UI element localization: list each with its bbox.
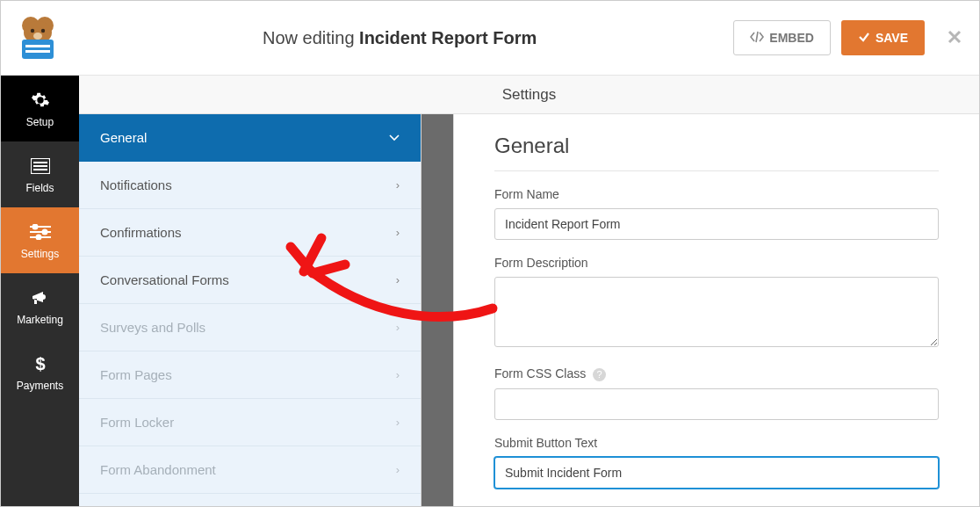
snav-locker[interactable]: Form Locker › xyxy=(79,399,421,446)
rail-fields-label: Fields xyxy=(25,182,54,194)
svg-point-17 xyxy=(42,229,47,234)
submit-text-input[interactable] xyxy=(494,457,939,489)
chevron-down-icon xyxy=(389,131,400,144)
field-form-css: Form CSS Class ? xyxy=(494,366,939,420)
save-label: SAVE xyxy=(876,31,908,45)
snav-notifications[interactable]: Notifications › xyxy=(79,162,421,209)
snav-conversational-label: Conversational Forms xyxy=(100,272,229,287)
snav-surveys-label: Surveys and Polls xyxy=(100,320,205,335)
top-bar: Now editing Incident Report Form EMBED S… xyxy=(1,1,979,76)
form-heading: General xyxy=(494,134,939,171)
form-name-input[interactable] xyxy=(494,208,939,240)
editing-prefix: Now editing xyxy=(263,28,355,47)
field-form-desc: Form Description xyxy=(494,256,939,351)
embed-button[interactable]: EMBED xyxy=(733,20,831,55)
snav-notifications-label: Notifications xyxy=(100,177,172,192)
svg-point-18 xyxy=(36,235,40,239)
code-icon xyxy=(750,31,764,46)
form-name-label: Form Name xyxy=(494,187,939,201)
chevron-right-icon: › xyxy=(396,416,400,429)
list-icon xyxy=(30,156,51,177)
left-rail: Setup Fields Settings Marketing $ Paymen… xyxy=(1,76,79,506)
sliders-icon xyxy=(30,221,51,243)
field-form-name: Form Name xyxy=(494,187,939,240)
help-icon[interactable]: ? xyxy=(593,368,606,381)
bullhorn-icon xyxy=(30,287,51,308)
close-icon[interactable] xyxy=(948,26,962,49)
form-area: General Form Name Form Description Form … xyxy=(453,114,979,506)
svg-rect-11 xyxy=(33,165,47,167)
svg-rect-7 xyxy=(25,45,50,47)
snav-confirmations[interactable]: Confirmations › xyxy=(79,209,421,257)
snav-pages-label: Form Pages xyxy=(100,367,172,382)
svg-rect-6 xyxy=(22,40,54,59)
rail-marketing-label: Marketing xyxy=(17,314,63,326)
panel-body: General Notifications › Confirmations › … xyxy=(79,114,979,506)
rail-fields[interactable]: Fields xyxy=(1,141,79,207)
rail-settings[interactable]: Settings xyxy=(1,207,79,273)
snav-pages[interactable]: Form Pages › xyxy=(79,351,421,399)
chevron-right-icon: › xyxy=(396,273,400,286)
panel-title: Settings xyxy=(79,76,979,114)
rail-settings-label: Settings xyxy=(21,248,59,260)
dollar-icon: $ xyxy=(30,353,51,374)
snav-abandonment[interactable]: Form Abandonment › xyxy=(79,446,421,494)
chevron-right-icon: › xyxy=(396,321,400,334)
app-logo xyxy=(10,10,66,66)
save-button[interactable]: SAVE xyxy=(841,20,925,55)
snav-surveys[interactable]: Surveys and Polls › xyxy=(79,304,421,351)
svg-point-3 xyxy=(31,29,34,33)
gear-icon xyxy=(30,90,51,111)
center-panel: Settings General Notifications › Confirm… xyxy=(79,76,979,506)
svg-text:$: $ xyxy=(35,354,45,373)
page-title: Now editing Incident Report Form xyxy=(66,28,733,48)
embed-label: EMBED xyxy=(769,31,814,45)
gap-strip xyxy=(422,114,453,506)
check-icon xyxy=(858,31,870,46)
submit-text-label: Submit Button Text xyxy=(494,436,939,450)
form-desc-input[interactable] xyxy=(494,277,939,347)
svg-rect-10 xyxy=(33,162,47,163)
chevron-right-icon: › xyxy=(396,178,400,192)
svg-rect-12 xyxy=(33,169,47,170)
top-actions: EMBED SAVE xyxy=(733,20,962,55)
form-css-label: Form CSS Class ? xyxy=(494,366,939,381)
chevron-right-icon: › xyxy=(396,226,400,239)
snav-locker-label: Form Locker xyxy=(100,415,174,430)
main: Setup Fields Settings Marketing $ Paymen… xyxy=(1,76,979,506)
svg-point-5 xyxy=(33,33,42,40)
snav-conversational[interactable]: Conversational Forms › xyxy=(79,257,421,304)
chevron-right-icon: › xyxy=(396,368,400,381)
svg-rect-8 xyxy=(25,50,50,53)
snav-general-label: General xyxy=(100,130,147,145)
chevron-right-icon: › xyxy=(396,463,400,476)
rail-marketing[interactable]: Marketing xyxy=(1,273,79,339)
form-title-text: Incident Report Form xyxy=(359,28,537,47)
rail-payments[interactable]: $ Payments xyxy=(1,339,79,405)
rail-setup-label: Setup xyxy=(26,116,54,128)
snav-general[interactable]: General xyxy=(79,114,421,162)
field-submit-text: Submit Button Text xyxy=(494,436,939,489)
form-css-label-text: Form CSS Class xyxy=(494,366,586,380)
rail-payments-label: Payments xyxy=(17,380,63,392)
form-css-input[interactable] xyxy=(494,388,939,420)
settings-nav[interactable]: General Notifications › Confirmations › … xyxy=(79,114,422,506)
snav-confirmations-label: Confirmations xyxy=(100,225,182,240)
svg-point-4 xyxy=(41,29,45,33)
rail-setup[interactable]: Setup xyxy=(1,76,79,141)
snav-abandonment-label: Form Abandonment xyxy=(100,462,216,477)
svg-point-16 xyxy=(32,224,37,228)
form-desc-label: Form Description xyxy=(494,256,939,270)
